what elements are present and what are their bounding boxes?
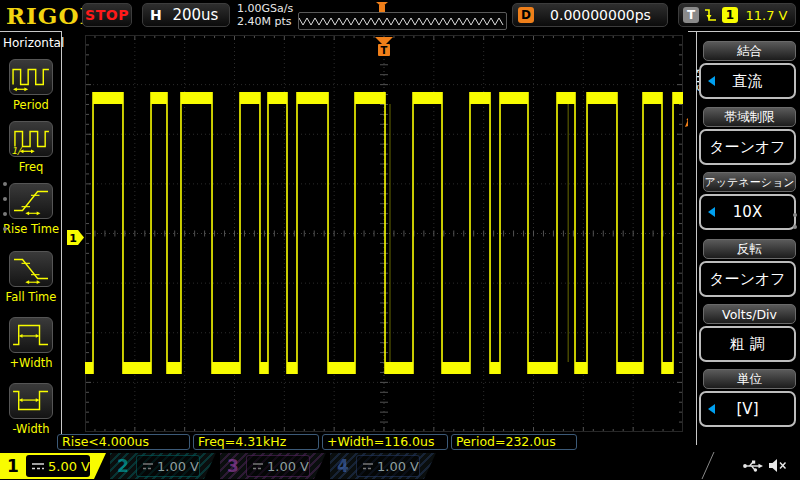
menu-value-text: ターンオフ bbox=[709, 270, 785, 289]
channel-status-bar: 1 5.00 V 2 1.00 V 3 1.00 V bbox=[0, 451, 800, 480]
menu-header: 結合 bbox=[703, 41, 796, 61]
menu-value-button[interactable]: [V] bbox=[699, 391, 796, 427]
channel-settings-menu: CH1 結合 直流 帯域制限 ターンオフ アッテネーション 10X 反転 ターン… bbox=[688, 31, 800, 445]
channel-scale-box: 1.00 V bbox=[136, 455, 200, 477]
menu-item-bandwidth-limit[interactable]: 帯域制限 ターンオフ bbox=[688, 107, 800, 169]
scroll-indicator-dot bbox=[3, 212, 7, 216]
menu-item-invert[interactable]: 反転 ターンオフ bbox=[688, 239, 800, 301]
svg-text:T: T bbox=[381, 45, 388, 56]
channel2-tab[interactable]: 2 1.00 V bbox=[110, 453, 216, 479]
menu-header: 反転 bbox=[703, 239, 796, 259]
left-menu-item-freq[interactable]: 1/ Freq bbox=[0, 119, 62, 175]
option-arrow-icon bbox=[708, 76, 715, 86]
waveform-display bbox=[85, 35, 683, 432]
channel-scale: 1.00 V bbox=[157, 459, 199, 474]
minus-width-icon bbox=[9, 383, 53, 419]
measurement-plus-width: +Width=116.0us bbox=[322, 434, 448, 450]
falling-edge-icon bbox=[704, 7, 717, 24]
freq-icon: 1/ bbox=[9, 121, 53, 157]
horizontal-label: H bbox=[150, 7, 162, 23]
left-menu-label: Rise Time bbox=[0, 222, 62, 236]
channel-scale-box: 1.00 V bbox=[356, 455, 420, 477]
channel3-tab[interactable]: 3 1.00 V bbox=[220, 453, 326, 479]
svg-text:1/: 1/ bbox=[11, 145, 22, 156]
menu-item-volts-div[interactable]: Volts/Div 粗 調 bbox=[688, 304, 800, 366]
measurement-rise-time: Rise<4.000us bbox=[57, 434, 190, 450]
menu-header: 単位 bbox=[703, 369, 796, 389]
channel-scale: 1.00 V bbox=[267, 459, 309, 474]
menu-value-text: 10X bbox=[733, 203, 762, 221]
left-menu-item-minus-width[interactable]: -Width bbox=[0, 381, 62, 437]
channel-number: 1 bbox=[7, 453, 19, 479]
record-trigger-marker-icon bbox=[375, 1, 389, 13]
left-menu-item-rise-time[interactable]: Rise Time bbox=[0, 181, 62, 237]
sample-rate: 1.00GSa/s bbox=[237, 2, 293, 15]
trigger-status-box[interactable]: T 1 11.7 V bbox=[678, 3, 796, 27]
channel-scale-box: 1.00 V bbox=[246, 455, 310, 477]
menu-value-button[interactable]: 直流 bbox=[699, 63, 796, 99]
top-status-bar: RIGOL STOP H 200us 1.00GSa/s 2.40M pts D… bbox=[0, 0, 800, 31]
run-state-label: STOP bbox=[85, 7, 129, 23]
menu-header: アッテネーション bbox=[703, 172, 796, 192]
left-menu-label: -Width bbox=[0, 422, 62, 436]
channel-scale: 1.00 V bbox=[377, 459, 419, 474]
channel1-tab[interactable]: 1 5.00 V bbox=[0, 453, 106, 479]
rise-time-icon bbox=[9, 183, 53, 219]
measurement-frequency: Freq=4.31kHz bbox=[193, 434, 319, 450]
dc-coupling-icon bbox=[252, 461, 263, 471]
trigger-badge: T bbox=[683, 7, 699, 23]
scroll-indicator-dot bbox=[3, 182, 7, 186]
run-state-indicator: STOP bbox=[82, 3, 132, 27]
menu-value-text: 直流 bbox=[733, 72, 763, 91]
left-menu-title: Horizontal bbox=[3, 36, 64, 50]
menu-value-button[interactable]: ターンオフ bbox=[699, 129, 796, 165]
menu-page-dot bbox=[793, 213, 797, 217]
horizontal-timebase-box[interactable]: H 200us bbox=[142, 3, 230, 27]
menu-header: Volts/Div bbox=[703, 304, 796, 324]
status-divider bbox=[700, 451, 716, 480]
menu-item-coupling[interactable]: 結合 直流 bbox=[688, 41, 800, 103]
usb-icon bbox=[742, 459, 764, 473]
menu-value-text: ターンオフ bbox=[709, 138, 785, 157]
svg-text:1: 1 bbox=[69, 231, 77, 244]
trigger-source-badge: 1 bbox=[722, 7, 738, 23]
channel-number: 4 bbox=[337, 453, 349, 479]
option-arrow-icon bbox=[708, 207, 715, 217]
dc-coupling-icon bbox=[142, 461, 153, 471]
left-menu-label: Freq bbox=[0, 160, 62, 174]
channel1-offset-marker[interactable]: 1 bbox=[67, 229, 85, 246]
menu-value-text: 粗 調 bbox=[730, 335, 765, 354]
channel-scale-box: 5.00 V bbox=[26, 455, 90, 477]
menu-value-text: [V] bbox=[737, 400, 759, 418]
left-menu-item-period[interactable]: Period bbox=[0, 57, 62, 113]
speaker-muted-icon bbox=[768, 458, 787, 473]
trigger-delay-box[interactable]: D 0.00000000ps bbox=[512, 3, 668, 27]
dc-coupling-icon bbox=[362, 461, 373, 471]
scroll-indicator-dot bbox=[3, 227, 7, 231]
channel4-tab[interactable]: 4 1.00 V bbox=[330, 453, 436, 479]
acquisition-info: 1.00GSa/s 2.40M pts bbox=[237, 2, 293, 28]
plus-width-icon bbox=[9, 317, 53, 353]
menu-value-button[interactable]: ターンオフ bbox=[699, 261, 796, 297]
left-menu-label: Fall Time bbox=[0, 290, 62, 304]
menu-item-attenuation[interactable]: アッテネーション 10X bbox=[688, 172, 800, 234]
menu-value-button[interactable]: 粗 調 bbox=[699, 326, 796, 362]
left-menu-label: Period bbox=[0, 98, 62, 112]
horizontal-measure-menu: Horizontal Period 1/ Freq bbox=[0, 31, 62, 445]
scroll-indicator-dot bbox=[3, 197, 7, 201]
trigger-position-marker[interactable]: T bbox=[374, 36, 394, 58]
menu-item-unit[interactable]: 単位 [V] bbox=[688, 369, 800, 431]
record-position-thumbnail[interactable] bbox=[298, 12, 507, 30]
channel-number: 2 bbox=[117, 453, 129, 479]
period-icon bbox=[9, 59, 53, 95]
measurement-period: Period=232.0us bbox=[451, 434, 577, 450]
left-menu-label: +Width bbox=[0, 356, 62, 370]
menu-header: 帯域制限 bbox=[703, 107, 796, 127]
option-arrow-icon bbox=[708, 404, 715, 414]
channel-number: 3 bbox=[227, 453, 239, 479]
left-menu-item-plus-width[interactable]: +Width bbox=[0, 315, 62, 371]
delay-badge: D bbox=[518, 7, 534, 23]
menu-value-button[interactable]: 10X bbox=[699, 194, 796, 230]
left-menu-item-fall-time[interactable]: Fall Time bbox=[0, 249, 62, 305]
menu-page-dot bbox=[793, 225, 797, 229]
